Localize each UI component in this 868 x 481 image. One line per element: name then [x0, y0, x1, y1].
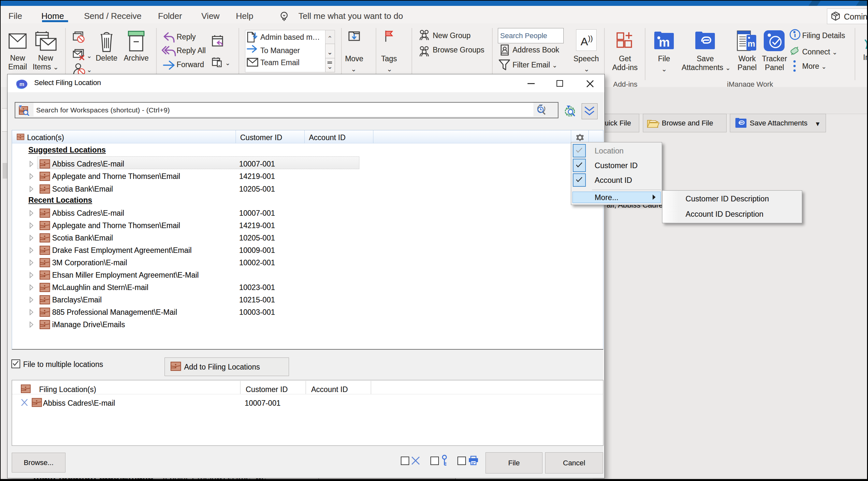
svg-text:m: m — [19, 81, 24, 87]
svg-text:m: m — [747, 39, 755, 49]
svg-text:m: m — [659, 35, 670, 49]
